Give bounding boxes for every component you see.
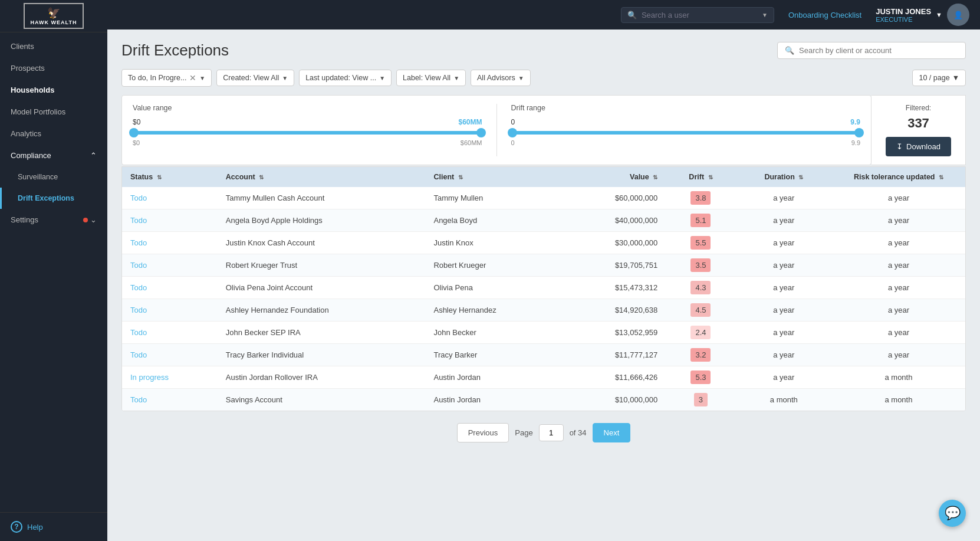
pagination: Previous Page of 34 Next bbox=[121, 411, 966, 448]
table-row: Todo Ashley Hernandez Foundation Ashley … bbox=[122, 299, 965, 322]
cell-drift: 4.5 bbox=[666, 299, 736, 322]
filter-last-updated-arrow[interactable]: ▼ bbox=[379, 75, 385, 81]
filter-created-arrow[interactable]: ▼ bbox=[282, 75, 288, 81]
table-row: Todo Olivia Pena Joint Account Olivia Pe… bbox=[122, 277, 965, 299]
sidebar-item-model-portfolios[interactable]: Model Portfolios bbox=[0, 101, 107, 123]
cell-account: Olivia Pena Joint Account bbox=[218, 277, 426, 299]
sidebar-item-settings[interactable]: Settings ⌄ bbox=[0, 209, 107, 231]
drift-range-thumb-right[interactable] bbox=[854, 128, 864, 137]
per-page-selector[interactable]: 10 / page ▼ bbox=[912, 70, 966, 86]
col-header-client[interactable]: Client ⇅ bbox=[425, 167, 563, 187]
cell-client: Tammy Mullen bbox=[425, 187, 563, 209]
col-header-account[interactable]: Account ⇅ bbox=[218, 167, 426, 187]
cell-account: Justin Knox Cash Account bbox=[218, 232, 426, 254]
per-page-arrow[interactable]: ▼ bbox=[952, 74, 959, 82]
cell-duration: a month bbox=[736, 389, 832, 411]
table-row: Todo Tammy Mullen Cash Account Tammy Mul… bbox=[122, 187, 965, 209]
ranges-section: Value range $0 $60MM $0 $60MM bbox=[121, 95, 872, 165]
filter-label[interactable]: Label: View All ▼ bbox=[396, 70, 466, 86]
search-dropdown-arrow[interactable]: ▼ bbox=[762, 12, 768, 18]
cell-risk-updated: a month bbox=[832, 389, 965, 411]
filter-status[interactable]: To do, In Progre... ✕ ▼ bbox=[121, 69, 212, 87]
col-header-value[interactable]: Value ⇅ bbox=[563, 167, 666, 187]
sidebar-item-households[interactable]: Households bbox=[0, 79, 107, 101]
user-chevron-icon[interactable]: ▼ bbox=[936, 11, 942, 18]
cell-status[interactable]: Todo bbox=[122, 254, 218, 277]
col-header-drift[interactable]: Drift ⇅ bbox=[666, 167, 736, 187]
cell-status[interactable]: Todo bbox=[122, 187, 218, 209]
cell-status[interactable]: Todo bbox=[122, 299, 218, 322]
help-footer[interactable]: ? Help bbox=[0, 512, 107, 541]
drift-range-min-label: 0 bbox=[511, 139, 515, 146]
filter-created[interactable]: Created: View All ▼ bbox=[216, 70, 294, 86]
drift-range-track[interactable] bbox=[511, 131, 861, 135]
table-row: Todo Robert Krueger Trust Robert Krueger… bbox=[122, 254, 965, 277]
filter-last-updated[interactable]: Last updated: View ... ▼ bbox=[299, 70, 392, 86]
cell-duration: a year bbox=[736, 232, 832, 254]
cell-status[interactable]: Todo bbox=[122, 389, 218, 411]
sidebar-item-clients[interactable]: Clients bbox=[0, 35, 107, 57]
per-page-label: 10 / page bbox=[919, 74, 949, 82]
cell-account: Tammy Mullen Cash Account bbox=[218, 187, 426, 209]
account-search-input[interactable] bbox=[799, 46, 958, 55]
col-header-risk-tolerance[interactable]: Risk tolerance updated ⇅ bbox=[832, 167, 965, 187]
cell-drift: 3 bbox=[666, 389, 736, 411]
chat-icon: 💬 bbox=[945, 506, 961, 521]
cell-client: Austin Jordan bbox=[425, 389, 563, 411]
onboarding-checklist-button[interactable]: Onboarding Checklist bbox=[781, 7, 869, 23]
cell-client: Tracy Barker bbox=[425, 344, 563, 366]
value-range-thumb-right[interactable] bbox=[476, 128, 486, 137]
cell-client: Angela Boyd bbox=[425, 209, 563, 232]
cell-drift: 5.3 bbox=[666, 366, 736, 389]
table-row: Todo John Becker SEP IRA John Becker $13… bbox=[122, 322, 965, 344]
filter-status-arrow[interactable]: ▼ bbox=[199, 75, 205, 81]
value-range-thumb-left[interactable] bbox=[129, 128, 139, 137]
previous-button[interactable]: Previous bbox=[457, 423, 509, 442]
cell-value: $40,000,000 bbox=[563, 209, 666, 232]
cell-risk-updated: a year bbox=[832, 299, 965, 322]
cell-status[interactable]: Todo bbox=[122, 232, 218, 254]
search-user-box[interactable]: 🔍 ▼ bbox=[621, 7, 774, 23]
sidebar-item-surveillance[interactable]: Surveillance bbox=[0, 166, 107, 188]
search-user-input[interactable] bbox=[642, 11, 757, 19]
filter-status-clear[interactable]: ✕ bbox=[189, 73, 196, 83]
col-header-status[interactable]: Status ⇅ bbox=[122, 167, 218, 187]
cell-value: $10,000,000 bbox=[563, 389, 666, 411]
settings-badge bbox=[83, 218, 88, 222]
sidebar-item-prospects[interactable]: Prospects bbox=[0, 57, 107, 79]
cell-duration: a year bbox=[736, 187, 832, 209]
page-number-input[interactable] bbox=[539, 424, 564, 441]
filter-status-label: To do, In Progre... bbox=[128, 74, 186, 82]
filter-label-arrow[interactable]: ▼ bbox=[453, 75, 459, 81]
sidebar-submenu-compliance: Surveillance Drift Exceptions bbox=[0, 166, 107, 209]
value-range-minmax: $0 $60MM bbox=[133, 139, 482, 146]
cell-status[interactable]: In progress bbox=[122, 366, 218, 389]
cell-status[interactable]: Todo bbox=[122, 322, 218, 344]
col-header-duration[interactable]: Duration ⇅ bbox=[736, 167, 832, 187]
next-button[interactable]: Next bbox=[593, 423, 631, 442]
download-icon: ↧ bbox=[896, 142, 903, 151]
ranges-download-row: Value range $0 $60MM $0 $60MM bbox=[121, 95, 966, 165]
drift-range-thumb-left[interactable] bbox=[508, 128, 517, 137]
cell-status[interactable]: Todo bbox=[122, 209, 218, 232]
sidebar-item-drift-exceptions[interactable]: Drift Exceptions bbox=[0, 188, 107, 209]
filter-advisors-label: All Advisors bbox=[477, 74, 515, 82]
sidebar-item-compliance[interactable]: Compliance ⌃ bbox=[0, 145, 107, 166]
account-search-box[interactable]: 🔍 bbox=[777, 42, 966, 59]
cell-client: Robert Krueger bbox=[425, 254, 563, 277]
cell-status[interactable]: Todo bbox=[122, 277, 218, 299]
logo-icon: 🦅 bbox=[47, 6, 60, 19]
cell-status[interactable]: Todo bbox=[122, 344, 218, 366]
value-range-track[interactable] bbox=[133, 131, 482, 135]
cell-risk-updated: a year bbox=[832, 254, 965, 277]
chat-bubble[interactable]: 💬 bbox=[939, 500, 966, 527]
cell-risk-updated: a year bbox=[832, 232, 965, 254]
value-range-min: $0 bbox=[133, 118, 140, 126]
download-button[interactable]: ↧ Download bbox=[886, 137, 951, 156]
filter-advisors[interactable]: All Advisors ▼ bbox=[471, 70, 531, 86]
filter-advisors-arrow[interactable]: ▼ bbox=[518, 75, 524, 81]
cell-account: Savings Account bbox=[218, 389, 426, 411]
sort-status-icon: ⇅ bbox=[157, 174, 162, 181]
cell-value: $11,666,426 bbox=[563, 366, 666, 389]
sidebar-item-analytics[interactable]: Analytics bbox=[0, 123, 107, 145]
